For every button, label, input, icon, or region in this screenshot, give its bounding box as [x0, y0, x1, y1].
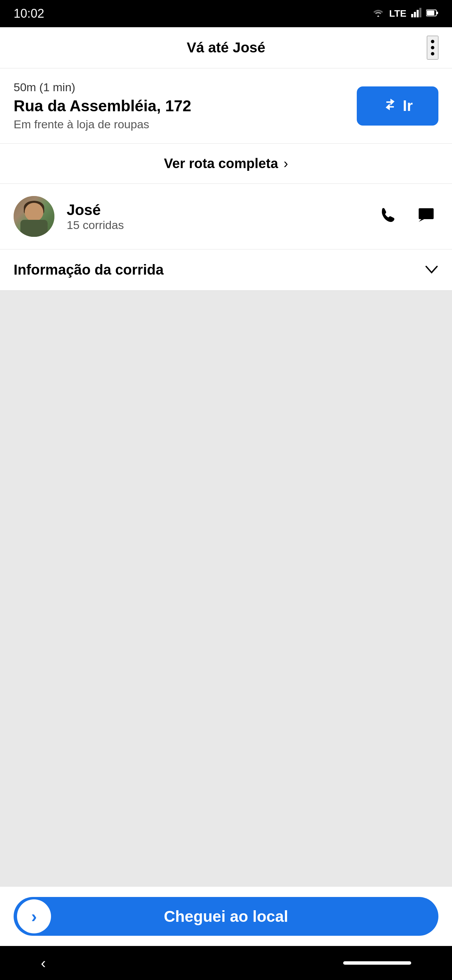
nav-address: Rua da Assembléia, 172	[14, 97, 191, 115]
route-arrows-icon	[382, 97, 398, 115]
app-container: Vá até José 50m (1 min) Rua da Assembléi…	[0, 27, 452, 946]
page-title: Vá até José	[187, 40, 265, 56]
svg-rect-7	[419, 208, 434, 219]
header: Vá até José	[0, 27, 452, 68]
passenger-avatar	[14, 196, 54, 237]
ride-info-section[interactable]: Informação da corrida	[0, 250, 452, 291]
svg-rect-2	[417, 10, 419, 18]
message-icon	[417, 207, 435, 227]
chevron-down-icon	[425, 262, 438, 278]
bottom-action-area: › Cheguei ao local	[0, 887, 452, 946]
lte-label: LTE	[389, 8, 406, 19]
svg-marker-8	[419, 219, 424, 222]
nav-note: Em frente à loja de roupas	[14, 118, 191, 131]
route-link-text: Ver rota completa	[164, 156, 278, 171]
svg-rect-5	[427, 11, 434, 15]
message-button[interactable]	[414, 202, 438, 231]
home-indicator[interactable]	[343, 961, 411, 965]
map-area	[0, 291, 452, 887]
nav-info: 50m (1 min) Rua da Assembléia, 172 Em fr…	[14, 81, 191, 131]
passenger-rides: 15 corridas	[67, 218, 363, 232]
passenger-section: José 15 corridas	[0, 184, 452, 250]
call-button[interactable]	[376, 202, 400, 231]
go-button-label: Ir	[403, 97, 412, 115]
svg-rect-0	[411, 14, 413, 18]
arrived-button[interactable]: › Cheguei ao local	[14, 897, 438, 936]
passenger-info: José 15 corridas	[67, 202, 363, 232]
svg-rect-1	[414, 12, 416, 18]
navigation-section: 50m (1 min) Rua da Assembléia, 172 Em fr…	[0, 68, 452, 143]
back-button[interactable]: ‹	[41, 955, 46, 972]
nav-time-distance: 50m (1 min)	[14, 81, 191, 94]
ride-info-label: Informação da corrida	[14, 262, 163, 278]
go-button[interactable]: Ir	[357, 86, 438, 126]
svg-rect-3	[419, 8, 421, 18]
three-dots-icon	[431, 40, 434, 56]
chevron-right-icon: ›	[284, 156, 288, 171]
battery-icon	[426, 8, 438, 19]
signal-icon	[411, 8, 421, 20]
arrived-button-arrow-icon: ›	[17, 899, 51, 933]
passenger-name: José	[67, 202, 363, 218]
passenger-actions	[376, 202, 438, 231]
status-icons: LTE	[372, 8, 438, 20]
phone-icon	[379, 207, 397, 227]
route-link-section[interactable]: Ver rota completa ›	[0, 143, 452, 184]
status-time: 10:02	[14, 6, 44, 21]
svg-rect-6	[437, 11, 438, 14]
nav-bar: ‹	[0, 946, 452, 980]
status-bar: 10:02 LTE	[0, 0, 452, 27]
wifi-icon	[372, 8, 384, 20]
more-options-button[interactable]	[427, 36, 438, 60]
arrived-button-label: Cheguei ao local	[27, 907, 425, 926]
